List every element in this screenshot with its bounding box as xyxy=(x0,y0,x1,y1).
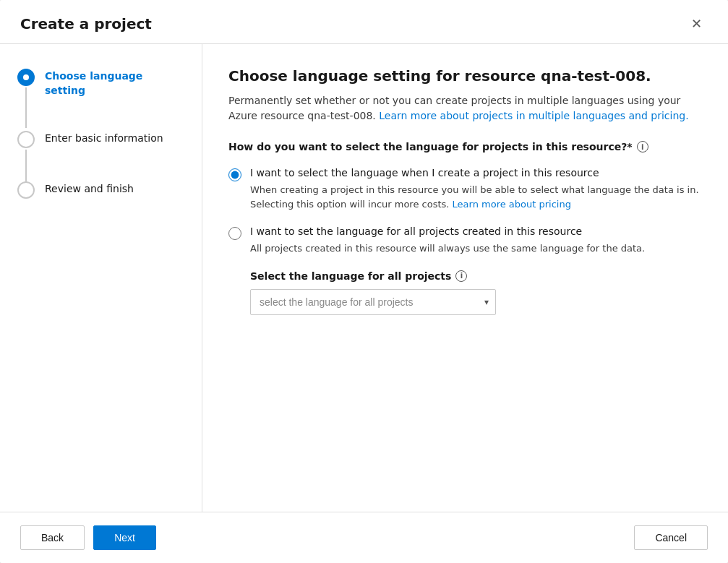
step-circle-review xyxy=(17,181,35,199)
footer-left-buttons: Back Next xyxy=(20,525,156,550)
step-circle-language xyxy=(17,69,35,86)
next-button[interactable]: Next xyxy=(93,525,156,550)
sub-section-info-icon[interactable]: i xyxy=(455,270,467,282)
step-circle-basic xyxy=(17,131,35,148)
radio-select-when-create-content: I want to select the language when I cre… xyxy=(250,167,702,211)
step-item-language: Choose language setting xyxy=(17,67,184,98)
step-label-language: Choose language setting xyxy=(45,67,184,98)
radio-select-when-create-input[interactable] xyxy=(228,168,241,181)
step-item-review: Review and finish xyxy=(17,180,184,199)
radio-set-for-all-content: I want to set the language for all proje… xyxy=(250,225,645,315)
dialog-body: Choose language setting Enter basic info… xyxy=(0,44,728,512)
radio-set-for-all-desc: All projects created in this resource wi… xyxy=(250,241,645,256)
radio-select-pricing-link[interactable]: Learn more about pricing xyxy=(453,199,571,210)
question-label: How do you want to select the language f… xyxy=(228,141,702,152)
content-heading: Choose language setting for resource qna… xyxy=(228,67,702,85)
radio-group: I want to select the language when I cre… xyxy=(228,167,702,315)
cancel-button[interactable]: Cancel xyxy=(634,525,708,550)
radio-set-for-all-label: I want to set the language for all proje… xyxy=(250,225,645,237)
dialog-header: Create a project ✕ xyxy=(0,0,728,44)
language-sub-section: Select the language for all projects i s… xyxy=(250,270,645,315)
radio-set-for-all-input[interactable] xyxy=(228,227,241,240)
dialog-title: Create a project xyxy=(20,15,152,33)
sub-section-label: Select the language for all projects i xyxy=(250,270,645,282)
steps-panel: Choose language setting Enter basic info… xyxy=(0,44,202,512)
question-info-icon[interactable]: i xyxy=(637,141,648,152)
content-description: Permanently set whether or not you can c… xyxy=(228,93,702,124)
radio-select-when-create-desc: When creating a project in this resource… xyxy=(250,183,702,211)
radio-option-select-when-create: I want to select the language when I cre… xyxy=(228,167,702,211)
step-label-review: Review and finish xyxy=(45,180,134,197)
content-panel: Choose language setting for resource qna… xyxy=(202,44,728,512)
step-item-basic: Enter basic information xyxy=(17,129,184,148)
language-select[interactable]: select the language for all projects Eng… xyxy=(250,289,496,315)
step-label-basic: Enter basic information xyxy=(45,129,163,146)
language-select-wrapper: select the language for all projects Eng… xyxy=(250,289,496,315)
dialog-footer: Back Next Cancel xyxy=(0,512,728,563)
radio-option-set-for-all: I want to set the language for all proje… xyxy=(228,225,702,315)
create-project-dialog: Create a project ✕ Choose language setti… xyxy=(0,0,728,563)
back-button[interactable]: Back xyxy=(20,525,85,550)
radio-select-when-create-label: I want to select the language when I cre… xyxy=(250,167,702,179)
close-button[interactable]: ✕ xyxy=(685,14,708,33)
content-desc-link[interactable]: Learn more about projects in multiple la… xyxy=(379,110,688,121)
